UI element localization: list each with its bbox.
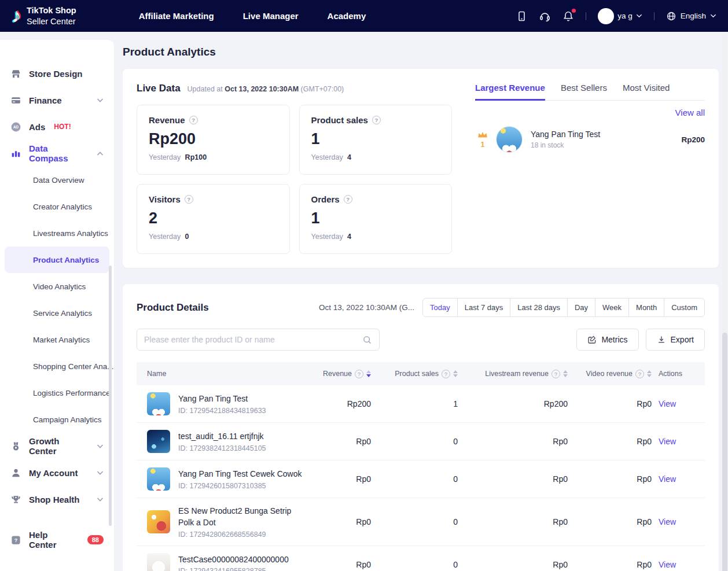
range-custom[interactable]: Custom [664, 299, 704, 316]
live-data-card: Live Data Updated at Oct 13, 2022 10:30A… [123, 69, 719, 268]
help-count-badge: 88 [87, 535, 104, 544]
product-id: ID: 1729542188434819633 [178, 407, 266, 415]
sidebar-item-growth-center[interactable]: Growth Center [0, 433, 114, 459]
help-icon[interactable]: ? [344, 195, 352, 204]
tab-most-visited[interactable]: Most Visited [623, 83, 670, 100]
sidebar-item-store-design[interactable]: Store Design [0, 60, 114, 87]
view-link[interactable]: View [659, 437, 676, 446]
column-header-video-revenue[interactable]: Video revenue ? [568, 370, 652, 378]
range-last-7-days[interactable]: Last 7 days [457, 299, 510, 316]
product-sales-cell: 0 [371, 437, 458, 446]
help-icon[interactable]: ? [635, 370, 644, 378]
sidebar-item-shop-health[interactable]: Shop Health [0, 486, 114, 513]
range-day[interactable]: Day [567, 299, 595, 316]
view-link[interactable]: View [659, 474, 676, 484]
language-selector[interactable]: English [666, 11, 716, 21]
nav-affiliate-marketing[interactable]: Affiliate Marketing [139, 11, 214, 21]
sidebar-item-ads[interactable]: AD Ads HOT! [0, 113, 114, 140]
sidebar-scrollbar[interactable] [109, 266, 112, 526]
help-icon[interactable]: ? [185, 195, 193, 204]
help-icon[interactable]: ? [355, 370, 363, 378]
nav-academy[interactable]: Academy [328, 11, 366, 21]
sidebar-subitem-video-analytics[interactable]: Video Analytics [0, 273, 114, 300]
search-icon[interactable] [362, 335, 372, 345]
support-headset-icon[interactable] [539, 10, 551, 22]
livestream-revenue-cell: Rp200 [458, 399, 568, 408]
table-row: Yang Pan Ting Test ID: 17295421884348196… [137, 385, 705, 423]
sidebar-item-data-compass[interactable]: Data Compass [0, 140, 114, 167]
tiktok-logo[interactable]: ♪ TikTok Shop Seller Center [12, 5, 76, 26]
help-icon: ? [10, 535, 21, 546]
view-link[interactable]: View [659, 399, 676, 408]
sidebar-subitem-campaign-analytics[interactable]: Campaign Analytics [0, 406, 114, 433]
live-data-title: Live Data [137, 83, 181, 94]
video-revenue-cell: Rp0 [568, 517, 652, 526]
crown-icon [477, 131, 488, 138]
sort-control[interactable] [453, 370, 458, 377]
view-link[interactable]: View [659, 517, 676, 526]
sidebar-subitem-data-overview[interactable]: Data Overview [0, 167, 114, 193]
sidebar-subitem-livestreams-analytics[interactable]: Livestreams Analytics [0, 220, 114, 246]
account-icon [10, 467, 21, 478]
column-header-revenue[interactable]: Revenue ? [304, 370, 371, 378]
page-scrollbar-track[interactable] [722, 35, 727, 569]
chevron-icon [97, 470, 104, 476]
product-search [137, 329, 380, 351]
product-id: ID: 1729426015807310385 [178, 482, 302, 490]
table-body: Yang Pan Ting Test ID: 17295421884348196… [137, 385, 705, 571]
sidebar-subitem-market-analytics[interactable]: Market Analytics [0, 326, 114, 353]
sidebar-item-finance[interactable]: Finance [0, 87, 114, 113]
sidebar-subitem-shopping-center-ana[interactable]: Shopping Center Ana... [0, 353, 114, 380]
brand-line2: Seller Center [27, 16, 76, 27]
product-search-input[interactable] [144, 335, 362, 344]
svg-text:AD: AD [13, 124, 19, 128]
table-header: Name ? Revenue ? Product sales ? Livestr… [137, 362, 705, 385]
page-scrollbar-thumb[interactable] [722, 333, 727, 571]
mobile-app-icon[interactable] [516, 10, 527, 22]
ranking-list: 1 Yang Pan Ting Test 18 in stock Rp200 [475, 126, 705, 153]
user-menu[interactable]: ya g [598, 8, 642, 24]
hot-badge: HOT! [54, 123, 71, 131]
range-week[interactable]: Week [595, 299, 628, 316]
range-today[interactable]: Today [423, 299, 457, 316]
notification-dot [572, 9, 576, 13]
sidebar-item-my-account[interactable]: My Account [0, 459, 114, 486]
product-image [147, 430, 170, 453]
sort-control[interactable] [563, 370, 568, 377]
product-id: ID: 1729382412318445105 [178, 444, 266, 452]
tab-largest-revenue[interactable]: Largest Revenue [475, 83, 545, 101]
ranking-item[interactable]: 1 Yang Pan Ting Test 18 in stock Rp200 [475, 126, 705, 153]
sidebar-subitem-logistics-performance[interactable]: Logistics Performance [0, 380, 114, 406]
metrics-button[interactable]: Metrics [576, 329, 638, 351]
live-data-left: Live Data Updated at Oct 13, 2022 10:30A… [137, 83, 452, 254]
sidebar-subitem-creator-analytics[interactable]: Creator Analytics [0, 193, 114, 220]
metric-yesterday: Yesterday 0 [149, 233, 278, 241]
sidebar-item-help-center[interactable]: ? Help Center 88 [0, 526, 114, 553]
help-icon[interactable]: ? [442, 370, 450, 378]
export-button[interactable]: Export [646, 329, 705, 351]
help-icon[interactable]: ? [189, 116, 198, 124]
range-month[interactable]: Month [628, 299, 664, 316]
help-icon[interactable]: ? [551, 370, 560, 378]
metric-yesterday: Yesterday 4 [311, 233, 440, 241]
sidebar-subitem-service-analytics[interactable]: Service Analytics [0, 300, 114, 326]
sidebar-subitem-product-analytics[interactable]: Product Analytics [5, 246, 109, 273]
tab-best-sellers[interactable]: Best Sellers [561, 83, 607, 100]
column-header-livestream-revenue[interactable]: Livestream revenue ? [458, 370, 568, 378]
nav-live-manager[interactable]: Live Manager [243, 11, 299, 21]
sort-control[interactable] [647, 370, 652, 377]
sort-control[interactable] [366, 370, 371, 377]
growth-icon [10, 441, 21, 452]
view-all-link[interactable]: View all [675, 108, 705, 117]
range-last-28-days[interactable]: Last 28 days [510, 299, 567, 316]
revenue-cell: Rp200 [304, 399, 371, 408]
tiktok-note-icon: ♪ [12, 5, 21, 25]
column-header-product-sales[interactable]: Product sales ? [371, 370, 458, 378]
product-details-title: Product Details [137, 302, 209, 314]
notifications-bell-icon[interactable] [562, 10, 574, 22]
help-icon[interactable]: ? [372, 116, 381, 124]
page-title: Product Analytics [123, 46, 719, 58]
ads-icon: AD [10, 121, 21, 132]
product-name: test_audit_16.11 ertjfnjk [178, 430, 266, 442]
view-link[interactable]: View [659, 560, 676, 569]
